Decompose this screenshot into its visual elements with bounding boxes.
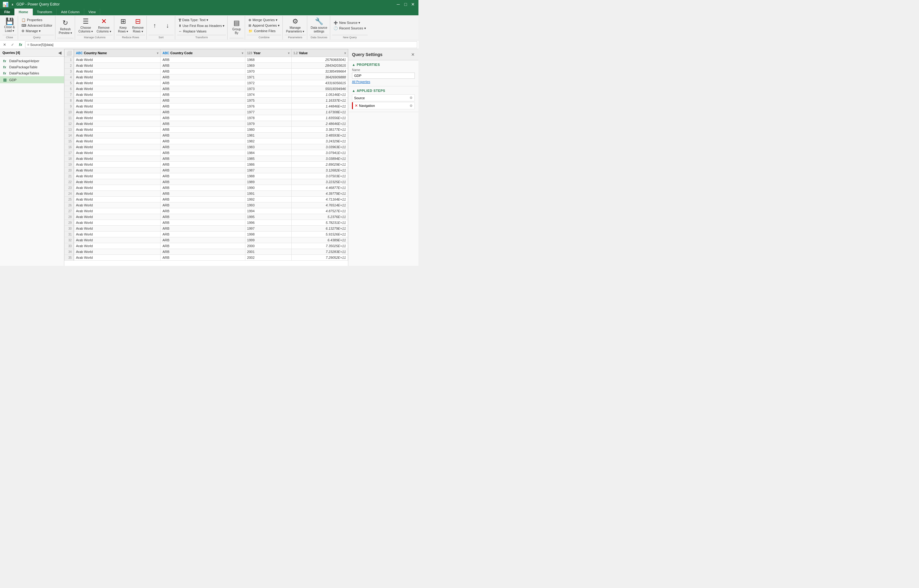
table-row[interactable]: 25Arab WorldARB19924.71164E+11 [65, 197, 348, 202]
country-code-type-icon: ABC [162, 52, 169, 55]
tab-home[interactable]: Home [15, 8, 33, 15]
remove-columns-button[interactable]: ✕ RemoveColumns ▾ [95, 16, 112, 34]
sort-asc-button[interactable]: ↑ [149, 21, 161, 30]
table-row[interactable]: 35Arab WorldARB20027.29052E+11 [65, 255, 348, 261]
properties-collapse-arrow[interactable]: ▲ [352, 63, 355, 66]
data-source-settings-button[interactable]: 🔧 Data sourcesettings [309, 16, 329, 34]
table-row[interactable]: 5Arab WorldARB197243316056615 [65, 80, 348, 86]
value-filter-icon[interactable]: ▾ [344, 52, 346, 55]
table-row[interactable]: 23Arab WorldARB19904.46877E+11 [65, 185, 348, 191]
table-row[interactable]: 9Arab WorldARB19761.44846E+11 [65, 103, 348, 109]
queries-collapse-btn[interactable]: ◀ [58, 50, 61, 55]
country-name-cell: Arab World [74, 139, 160, 144]
table-row[interactable]: 2Arab WorldARB196928434203615 [65, 63, 348, 69]
table-row[interactable]: 26Arab WorldARB19934.76514E+11 [65, 202, 348, 208]
table-row[interactable]: 6Arab WorldARB197355018394946 [65, 86, 348, 92]
close-load-button[interactable]: 💾 Close &Load ▾ [2, 17, 16, 34]
table-row[interactable]: 3Arab WorldARB197031385499664 [65, 69, 348, 74]
tab-add-column[interactable]: Add Column [57, 8, 84, 15]
table-row[interactable]: 15Arab WorldARB19823.24329E+11 [65, 139, 348, 144]
steps-collapse-arrow[interactable]: ▲ [352, 89, 355, 92]
sort-desc-button[interactable]: ↓ [162, 21, 174, 30]
formula-input[interactable] [25, 41, 417, 48]
close-btn[interactable]: ✕ [410, 1, 416, 7]
table-row[interactable]: 21Arab WorldARB19883.07503E+11 [65, 173, 348, 179]
table-row[interactable]: 28Arab WorldARB19955.2376E+11 [65, 214, 348, 220]
table-row[interactable]: 34Arab WorldARB20017.23283E+11 [65, 249, 348, 255]
formula-confirm-btn[interactable]: ✓ [9, 41, 16, 48]
table-row[interactable]: 14Arab WorldARB19813.48593E+11 [65, 132, 348, 139]
year-filter-icon[interactable]: ▾ [288, 52, 289, 55]
choose-columns-button[interactable]: ☰ ChooseColumns ▾ [77, 16, 94, 34]
keep-rows-button[interactable]: ⊞ KeepRows ▾ [116, 16, 130, 34]
table-row[interactable]: 30Arab WorldARB19976.13279E+11 [65, 226, 348, 231]
country-name-cell: Arab World [74, 249, 160, 255]
step-source-gear[interactable]: ⚙ [410, 96, 413, 100]
value-cell: 1.05146E+11 [291, 92, 348, 98]
grid-wrapper[interactable]: ⬜ ABC Country Name ▾ ABC [64, 49, 348, 266]
country-code-filter-icon[interactable]: ▾ [242, 52, 243, 55]
tab-file[interactable]: File [0, 8, 15, 15]
use-first-row-button[interactable]: ⬆ Use First Row as Headers ▾ [177, 23, 226, 29]
group-by-button[interactable]: ▤ GroupBy [229, 18, 244, 36]
append-queries-button[interactable]: ⊞ Append Queries ▾ [247, 23, 281, 28]
refresh-preview-button[interactable]: ↻ RefreshPreview ▾ [57, 18, 74, 36]
replace-values-button[interactable]: ↔ Replace Values [177, 29, 226, 34]
table-row[interactable]: 24Arab WorldARB19914.39779E+11 [65, 191, 348, 197]
table-row[interactable]: 27Arab WorldARB19944.87527E+11 [65, 208, 348, 214]
table-row[interactable]: 32Arab WorldARB19996.4389E+11 [65, 237, 348, 243]
minimize-btn[interactable]: ─ [395, 1, 401, 7]
step-navigation-gear[interactable]: ⚙ [410, 104, 413, 108]
table-header: ⬜ ABC Country Name ▾ ABC [65, 49, 348, 57]
table-row[interactable]: 11Arab WorldARB19781.83556E+11 [65, 115, 348, 121]
country-code-cell: ARB [160, 168, 245, 173]
select-all-icon[interactable]: ⬜ [66, 50, 72, 55]
advanced-editor-button[interactable]: ⌨ Advanced Editor [20, 23, 54, 28]
country-code-cell: ARB [160, 179, 245, 185]
table-row[interactable]: 16Arab WorldARB19833.03963E+11 [65, 144, 348, 150]
query-item-datapackagehelper[interactable]: fx DataPackageHelper [0, 58, 64, 64]
table-row[interactable]: 13Arab WorldARB19803.38177E+11 [65, 127, 348, 132]
table-row[interactable]: 7Arab WorldARB19741.05146E+11 [65, 92, 348, 98]
all-properties-link[interactable]: All Properties [352, 80, 370, 84]
table-row[interactable]: 19Arab WorldARB19862.89029E+11 [65, 162, 348, 168]
table-row[interactable]: 10Arab WorldARB19771.67308E+11 [65, 109, 348, 115]
merge-queries-button[interactable]: ⊕ Merge Queries ▾ [247, 18, 281, 23]
new-source-button[interactable]: ➕ New Source ▾ [332, 20, 367, 26]
recent-sources-button[interactable]: 🕐 Recent Sources ▾ [332, 26, 367, 31]
tab-view[interactable]: View [84, 8, 100, 15]
table-row[interactable]: 22Arab WorldARB19893.22325E+11 [65, 179, 348, 185]
manage-parameters-button[interactable]: ⚙ ManageParameters ▾ [284, 16, 306, 34]
table-row[interactable]: 29Arab WorldARB19965.78231E+11 [65, 220, 348, 226]
query-item-datapackagetables[interactable]: fx DataPackageTables [0, 70, 64, 76]
table-row[interactable]: 31Arab WorldARB19985.91526E+11 [65, 231, 348, 237]
step-navigation[interactable]: ✕ Navigation ⚙ [352, 102, 415, 109]
ribbon-content: 💾 Close &Load ▾ Close 📋 Properties ⌨ Adv… [0, 15, 418, 40]
table-row[interactable]: 12Arab WorldARB19792.48646E+11 [65, 121, 348, 127]
table-row[interactable]: 8Arab WorldARB19751.16337E+11 [65, 98, 348, 103]
table-row[interactable]: 20Arab WorldARB19873.12682E+11 [65, 168, 348, 173]
table-row[interactable]: 17Arab WorldARB19843.07941E+11 [65, 150, 348, 156]
data-type-button[interactable]: 𝐓 Data Type: Text ▾ [177, 18, 226, 23]
query-name-input[interactable] [352, 73, 415, 79]
year-cell: 1978 [245, 115, 291, 121]
table-row[interactable]: 18Arab WorldARB19853.03894E+11 [65, 156, 348, 162]
ribbon: File Home Transform Add Column View 💾 Cl… [0, 8, 418, 40]
row-num-header: ⬜ [65, 49, 74, 57]
close-group-label: Close [2, 35, 16, 39]
table-row[interactable]: 4Arab WorldARB197136426909888 [65, 74, 348, 80]
query-item-gdp[interactable]: ▦ GDP [0, 76, 64, 83]
formula-cancel-btn[interactable]: ✕ [1, 41, 8, 48]
combine-files-button[interactable]: 📁 Combine Files [247, 29, 281, 34]
remove-rows-button[interactable]: ⊟ RemoveRows ▾ [131, 16, 145, 34]
step-source[interactable]: Source ⚙ [352, 94, 415, 101]
manage-button[interactable]: ⚙ Manage ▾ [20, 29, 54, 34]
table-row[interactable]: 33Arab WorldARB20007.35025E+11 [65, 243, 348, 249]
maximize-btn[interactable]: □ [402, 1, 409, 7]
country-name-filter-icon[interactable]: ▾ [157, 52, 158, 55]
query-item-datapackagetable[interactable]: fx DataPackageTable [0, 64, 64, 70]
properties-button[interactable]: 📋 Properties [20, 18, 54, 23]
table-row[interactable]: 1Arab WorldARB196825760683041 [65, 57, 348, 63]
tab-transform[interactable]: Transform [33, 8, 57, 15]
settings-close-btn[interactable]: ✕ [411, 52, 415, 57]
